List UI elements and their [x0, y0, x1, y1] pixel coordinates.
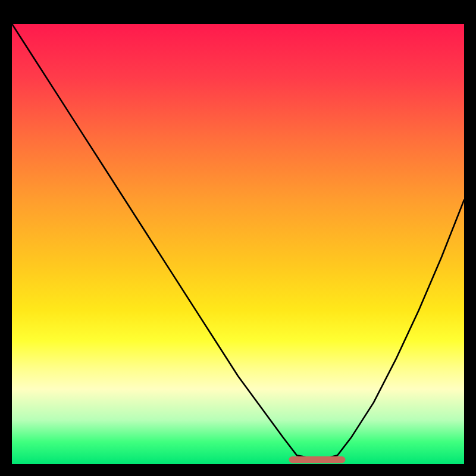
chart-svg	[12, 24, 464, 464]
bottleneck-curve-path	[12, 24, 464, 460]
watermark-text: TheBottleneck.com	[336, 4, 472, 20]
chart-frame	[12, 24, 464, 464]
